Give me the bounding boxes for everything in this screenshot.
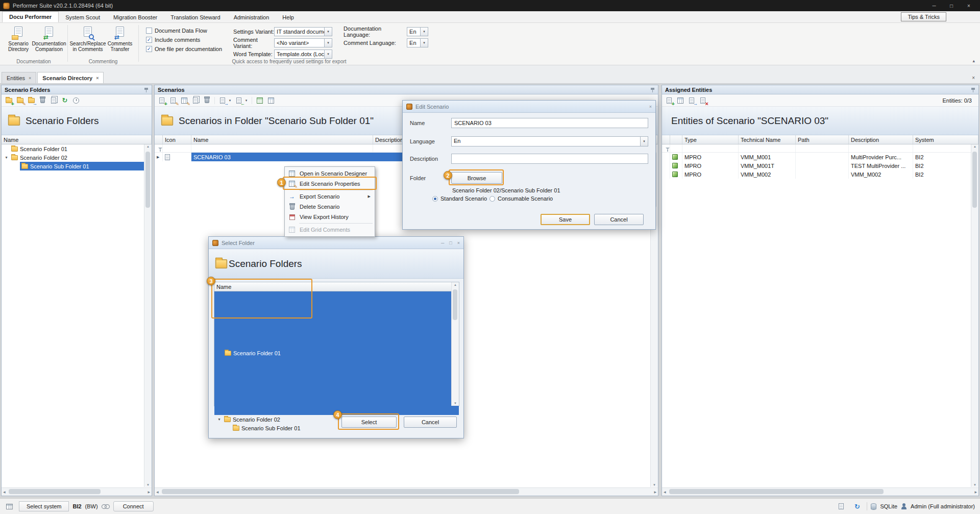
comment-variant-dropdown[interactable]: <No variant> ▾	[274, 38, 332, 47]
close-document-icon[interactable]: ×	[972, 75, 975, 81]
tree-item-scenario-folder-01[interactable]: Scenario Folder 01	[2, 144, 152, 153]
entity-row[interactable]: MPRO VMM_M001 MultiProvider Purc... BI2	[662, 153, 978, 161]
browse-button[interactable]: Browse	[451, 172, 502, 184]
checkbox-include-comments[interactable]: ✓ Include comments	[146, 36, 222, 43]
scroll-up-icon[interactable]: ▲	[452, 283, 459, 286]
expand-chevron-icon[interactable]: ▾	[216, 417, 222, 422]
tab-migration-booster[interactable]: Migration Booster	[107, 12, 164, 22]
checkbox-document-data-flow[interactable]: Document Data Flow	[146, 27, 222, 34]
word-export-button[interactable]	[266, 96, 276, 105]
assign-entities-button[interactable]	[665, 96, 674, 105]
scenario-designer-button[interactable]	[180, 96, 189, 105]
close-icon[interactable]: ×	[649, 104, 652, 109]
tips-and-tricks-button[interactable]: Tips & Tricks	[901, 12, 946, 21]
close-icon[interactable]: ×	[457, 240, 460, 246]
refresh-button[interactable]: ↻	[60, 96, 69, 105]
scrollbar-thumb[interactable]	[162, 489, 519, 494]
new-folder-button[interactable]	[4, 96, 13, 105]
tab-help[interactable]: Help	[276, 12, 301, 22]
export-entities-button[interactable]	[687, 96, 696, 105]
vertical-scrollbar[interactable]: ▲ ▼	[971, 144, 978, 487]
expand-chevron-icon[interactable]: ▾	[4, 155, 9, 160]
dialog-tree-item-scenario-folder-01[interactable]: Scenario Folder 01	[214, 291, 459, 415]
new-scenario-button[interactable]	[157, 96, 166, 105]
remove-entity-button[interactable]	[698, 96, 707, 105]
edit-scenario-button[interactable]	[168, 96, 178, 105]
dropdown-arrow-icon[interactable]: ▾	[420, 28, 428, 36]
collapse-ribbon-icon[interactable]: ▴	[972, 58, 975, 63]
language-dropdown[interactable]: En ▾	[451, 136, 648, 146]
edit-folder-button[interactable]	[15, 96, 24, 105]
select-button[interactable]: Select	[341, 417, 397, 428]
scroll-right-icon[interactable]: ▶	[148, 490, 150, 494]
settings-variant-dropdown[interactable]: IT standard documen... ▾	[274, 27, 332, 36]
name-field[interactable]: SCENARIO 03	[451, 118, 648, 128]
scenario-directory-button[interactable]: Scenario Directory	[3, 24, 34, 53]
copy-structure-button[interactable]	[49, 96, 58, 105]
delete-scenario-button[interactable]	[202, 96, 211, 105]
column-type[interactable]: Type	[682, 135, 739, 144]
column-name[interactable]: Name	[191, 135, 373, 144]
doctab-entities[interactable]: Entities ×	[2, 72, 36, 83]
vertical-scrollbar[interactable]: ▲ ▼	[451, 282, 459, 406]
column-system[interactable]: System	[913, 135, 978, 144]
column-name[interactable]: Name	[2, 135, 152, 144]
save-button[interactable]: Save	[541, 214, 590, 225]
select-system-button[interactable]: Select system	[19, 501, 69, 511]
check-folders-button[interactable]	[71, 96, 81, 105]
close-button[interactable]: ×	[964, 3, 974, 9]
scrollbar-thumb[interactable]	[9, 489, 101, 494]
scroll-left-icon[interactable]: ◀	[664, 490, 666, 494]
search-replace-comments-button[interactable]: Search/Replace in Comments	[71, 24, 105, 53]
dropdown-arrow-icon[interactable]: ▾	[420, 39, 428, 47]
entity-row[interactable]: MPRO VMM_M001T TEST MultiProvider ... BI…	[662, 161, 978, 170]
horizontal-scrollbar[interactable]: ◀ ▶	[155, 487, 658, 496]
dropdown-arrow-icon[interactable]: ▾	[324, 39, 332, 47]
scroll-right-icon[interactable]: ▶	[974, 490, 977, 494]
menu-delete-scenario[interactable]: Delete Scenario	[286, 202, 374, 212]
dropdown-arrow-icon[interactable]: ▾	[640, 137, 648, 146]
pin-icon[interactable]	[971, 87, 975, 92]
column-description[interactable]: Description	[849, 135, 913, 144]
menu-view-export-history[interactable]: View Export History	[286, 212, 374, 222]
tree-item-scenario-sub-folder-01[interactable]: Scenario Sub Folder 01	[2, 162, 152, 170]
scrollbar-thumb[interactable]	[972, 152, 977, 208]
standard-scenario-radio[interactable]: Standard Scenario	[432, 195, 487, 202]
dropdown-arrow-icon[interactable]: ▾	[324, 28, 332, 36]
horizontal-scrollbar[interactable]: ◀ ▶	[662, 487, 978, 496]
dropdown-arrow-icon[interactable]: ▾	[324, 50, 332, 58]
doctab-scenario-directory[interactable]: Scenario Directory ×	[37, 72, 104, 83]
tab-translation-steward[interactable]: Translation Steward	[164, 12, 227, 22]
documentation-language-dropdown[interactable]: En ▾	[407, 27, 428, 36]
connect-button[interactable]: Connect	[113, 501, 154, 511]
menu-edit-scenario-properties[interactable]: Edit Scenario Properties	[286, 179, 374, 189]
vertical-scrollbar[interactable]: ▲ ▼	[144, 144, 152, 487]
comments-transfer-button[interactable]: ⇄ Comments Transfer	[105, 24, 135, 53]
export-scenario-button[interactable]	[218, 96, 227, 105]
menu-export-scenario[interactable]: → Export Scenario ▶	[286, 191, 374, 202]
excel-export-button[interactable]	[255, 96, 264, 105]
refresh-connection-button[interactable]: ↻	[851, 501, 863, 511]
maximize-icon[interactable]: □	[449, 240, 452, 246]
comment-language-dropdown[interactable]: En ▾	[407, 38, 428, 47]
scroll-left-icon[interactable]: ◀	[156, 490, 159, 494]
horizontal-scrollbar[interactable]: ◀ ▶	[2, 487, 152, 496]
scrollbar-thumb[interactable]	[453, 289, 457, 320]
minimize-button[interactable]: ─	[929, 3, 939, 9]
filter-row[interactable]	[662, 144, 978, 153]
duplicate-scenario-button[interactable]	[191, 96, 200, 105]
tab-system-scout[interactable]: System Scout	[59, 12, 107, 22]
scroll-up-icon[interactable]: ▲	[971, 145, 978, 148]
cancel-button[interactable]: Cancel	[404, 417, 457, 428]
maximize-button[interactable]: □	[946, 3, 957, 9]
delete-folder-button[interactable]	[38, 96, 47, 105]
scroll-down-icon[interactable]: ▼	[651, 483, 658, 486]
documentation-comparison-button[interactable]: ⇄ Documentation Comparison	[34, 24, 64, 53]
log-button[interactable]	[835, 501, 847, 511]
scroll-down-icon[interactable]: ▼	[452, 402, 459, 405]
checkbox-one-file-per-documentation[interactable]: ✓ One file per documentation	[146, 45, 222, 53]
entity-list-button[interactable]	[676, 96, 685, 105]
scroll-down-icon[interactable]: ▼	[144, 483, 152, 486]
consumable-scenario-radio[interactable]: Consumable Scenario	[489, 195, 553, 202]
move-folder-button[interactable]	[27, 96, 36, 105]
